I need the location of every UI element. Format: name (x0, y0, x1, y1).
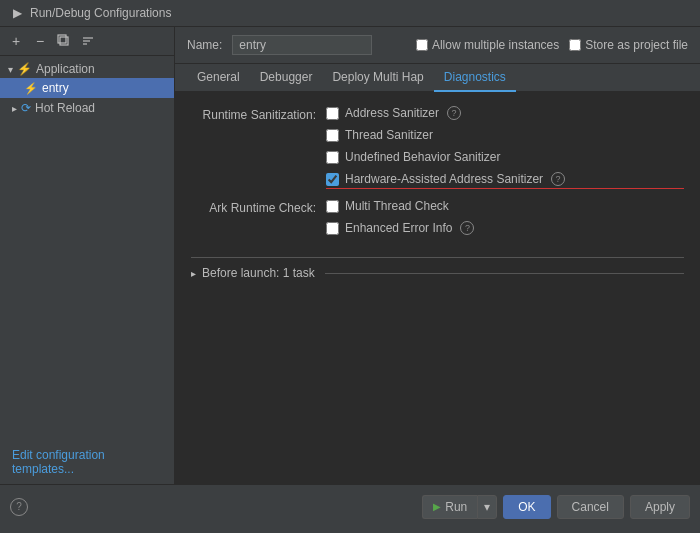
content-panel: Name: Allow multiple instances Store as … (175, 27, 700, 484)
tab-debugger[interactable]: Debugger (250, 64, 323, 92)
before-launch-line (325, 273, 684, 274)
title-bar: ▶ Run/Debug Configurations (0, 0, 700, 27)
tab-general[interactable]: General (187, 64, 250, 92)
runtime-sanitization-section: Runtime Sanitization: Address Sanitizer … (191, 104, 684, 189)
multi-thread-check-checkbox[interactable] (326, 200, 339, 213)
multi-thread-check-label[interactable]: Multi Thread Check (345, 199, 449, 213)
address-sanitizer-checkbox[interactable] (326, 107, 339, 120)
remove-config-button[interactable]: − (30, 31, 50, 51)
add-config-button[interactable]: + (6, 31, 26, 51)
edit-templates-link[interactable]: Edit configuration templates... (0, 440, 174, 484)
entry-icon: ⚡ (24, 82, 38, 95)
ark-runtime-check-section: Ark Runtime Check: Multi Thread Check En… (191, 197, 684, 237)
run-dropdown-icon: ▾ (484, 500, 490, 514)
sidebar-section-application-label: Application (36, 62, 95, 76)
tabs-bar: General Debugger Deploy Multi Hap Diagno… (175, 64, 700, 92)
before-launch-section: ▸ Before launch: 1 task (191, 257, 684, 280)
name-label: Name: (187, 38, 222, 52)
sidebar-section-hotreload-label: Hot Reload (35, 101, 95, 115)
store-as-project-label[interactable]: Store as project file (569, 38, 688, 52)
hardware-assisted-sanitizer-label[interactable]: Hardware-Assisted Address Sanitizer (345, 172, 543, 186)
hardware-assisted-sanitizer-checkbox[interactable] (326, 173, 339, 186)
chevron-right-icon: ▸ (12, 103, 17, 114)
help-button[interactable]: ? (10, 498, 28, 516)
svg-rect-0 (60, 37, 68, 45)
copy-config-button[interactable] (54, 31, 74, 51)
cancel-button[interactable]: Cancel (557, 495, 624, 519)
enhanced-error-info-help-icon[interactable]: ? (460, 221, 474, 235)
run-button[interactable]: ▶ Run (422, 495, 477, 519)
ok-button[interactable]: OK (503, 495, 550, 519)
address-sanitizer-row: Address Sanitizer ? (326, 104, 684, 122)
allow-multiple-checkbox[interactable] (416, 39, 428, 51)
name-row: Name: Allow multiple instances Store as … (175, 27, 700, 64)
ark-runtime-check-content: Multi Thread Check Enhanced Error Info ? (326, 197, 684, 237)
sidebar-section-hotreload[interactable]: ▸ ⟳ Hot Reload (0, 98, 174, 118)
runtime-sanitization-label: Runtime Sanitization: (191, 104, 326, 122)
application-icon: ⚡ (17, 62, 32, 76)
before-launch-chevron-icon: ▸ (191, 268, 196, 279)
sort-config-button[interactable] (78, 31, 98, 51)
play-icon: ▶ (433, 501, 441, 512)
before-launch-text[interactable]: Before launch: 1 task (202, 266, 315, 280)
address-sanitizer-help-icon[interactable]: ? (447, 106, 461, 120)
thread-sanitizer-checkbox[interactable] (326, 129, 339, 142)
allow-multiple-label[interactable]: Allow multiple instances (416, 38, 559, 52)
undefined-behavior-sanitizer-label[interactable]: Undefined Behavior Sanitizer (345, 150, 500, 164)
enhanced-error-info-row: Enhanced Error Info ? (326, 219, 684, 237)
hotreload-icon: ⟳ (21, 101, 31, 115)
diagnostics-form: Runtime Sanitization: Address Sanitizer … (175, 92, 700, 484)
tab-deploy-multi-hap[interactable]: Deploy Multi Hap (322, 64, 433, 92)
address-sanitizer-label[interactable]: Address Sanitizer (345, 106, 439, 120)
dialog-title: Run/Debug Configurations (30, 6, 690, 20)
thread-sanitizer-label[interactable]: Thread Sanitizer (345, 128, 433, 142)
enhanced-error-info-label[interactable]: Enhanced Error Info (345, 221, 452, 235)
tab-diagnostics[interactable]: Diagnostics (434, 64, 516, 92)
name-input[interactable] (232, 35, 372, 55)
run-button-label: Run (445, 500, 467, 514)
main-container: + − ▾ ⚡ Application ⚡ entry ▸ ⟳ (0, 27, 700, 484)
run-dropdown-button[interactable]: ▾ (477, 495, 497, 519)
multi-thread-check-row: Multi Thread Check (326, 197, 684, 215)
sidebar-item-entry[interactable]: ⚡ entry (0, 78, 174, 98)
undefined-behavior-sanitizer-row: Undefined Behavior Sanitizer (326, 148, 684, 166)
run-button-group: ▶ Run ▾ (422, 495, 497, 519)
bottom-left: ? (10, 498, 416, 516)
chevron-down-icon: ▾ (8, 64, 13, 75)
thread-sanitizer-row: Thread Sanitizer (326, 126, 684, 144)
runtime-sanitization-content: Address Sanitizer ? Thread Sanitizer Und… (326, 104, 684, 189)
undefined-behavior-sanitizer-checkbox[interactable] (326, 151, 339, 164)
sidebar-toolbar: + − (0, 27, 174, 56)
apply-button[interactable]: Apply (630, 495, 690, 519)
hardware-assisted-sanitizer-row: Hardware-Assisted Address Sanitizer ? (326, 170, 684, 189)
enhanced-error-info-checkbox[interactable] (326, 222, 339, 235)
sidebar-tree: ▾ ⚡ Application ⚡ entry ▸ ⟳ Hot Reload (0, 56, 174, 440)
sidebar-item-entry-label: entry (42, 81, 69, 95)
svg-rect-1 (58, 35, 66, 43)
bottom-bar: ? ▶ Run ▾ OK Cancel Apply (0, 484, 700, 528)
store-as-project-checkbox[interactable] (569, 39, 581, 51)
sidebar: + − ▾ ⚡ Application ⚡ entry ▸ ⟳ (0, 27, 175, 484)
sidebar-section-application[interactable]: ▾ ⚡ Application (0, 60, 174, 78)
app-icon: ▶ (10, 6, 24, 20)
hardware-assisted-sanitizer-help-icon[interactable]: ? (551, 172, 565, 186)
ark-runtime-check-label: Ark Runtime Check: (191, 197, 326, 215)
